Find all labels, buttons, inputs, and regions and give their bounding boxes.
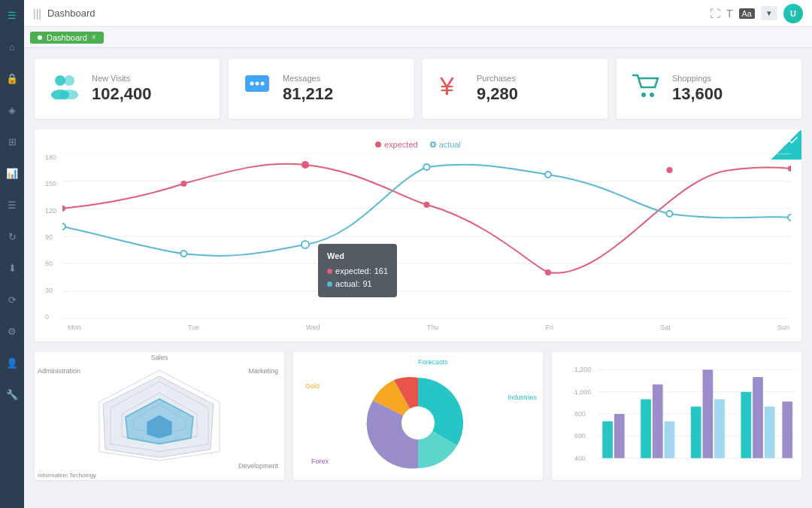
stat-info-shoppings: Shoppings 13,600 [672,74,723,104]
pie-label-industries: Industries [508,394,537,401]
legend-label-expected: expected [384,140,418,149]
sidebar-icon-refresh2[interactable]: ⟳ [3,291,21,309]
bottom-row: Sales Marketing Development Information … [35,352,801,480]
actual-dot-sat [666,211,672,217]
stat-info-new-visits: New Visits 102,400 [92,74,152,104]
stat-label-purchases: Purchases [477,74,518,83]
x-axis-labels: Mon Tue Wed Thu Fri Sat Sun [66,324,791,331]
tab-label: Dashboard [47,33,87,42]
actual-line [62,165,791,256]
actual-dot-sun [788,214,791,221]
actual-dot-tue [180,251,186,257]
accessibility-icon[interactable]: Aa [739,8,755,19]
svg-rect-44 [714,399,725,458]
x-label-mon: Mon [68,324,81,331]
user-avatar[interactable]: U [783,4,803,23]
legend-dot-actual [430,141,436,148]
actual-dot-fri [545,172,551,178]
purchases-icon: ¥ [438,71,465,107]
expected-dot-sat [666,167,672,173]
stat-value-new-visits: 102,400 [92,84,152,104]
sidebar-icon-refresh[interactable]: ↻ [3,227,21,245]
type-icon[interactable]: T [726,8,733,20]
topbar: ||| Dashboard ⛶ T Aa ▾ U [24,0,812,27]
x-label-sat: Sat [660,324,671,331]
tabbar: Dashboard × [24,27,812,48]
svg-rect-41 [665,421,675,458]
expected-dot-tue [180,181,186,187]
legend-expected: expected [375,140,418,149]
svg-rect-43 [703,370,714,458]
topbar-menu-icon[interactable]: ||| [33,8,41,20]
sidebar-icon-home[interactable]: ⌂ [3,38,21,56]
radar-label-sales: Sales [151,354,168,361]
stat-card-messages: Messages 81,212 [229,59,414,119]
tab-close-icon[interactable]: × [92,33,96,41]
sidebar-icon-tag[interactable]: ◈ [3,101,21,119]
sidebar-icon-menu[interactable]: ☰ [3,6,21,24]
x-label-tue: Tue [188,324,199,331]
sidebar-icon-tool[interactable]: 🔧 [3,385,21,403]
svg-rect-48 [782,401,792,458]
sidebar-icon-list[interactable]: ☰ [3,196,21,214]
sidebar-icon-grid[interactable]: ⊞ [3,132,21,151]
svg-point-11 [650,93,654,97]
svg-text:¥: ¥ [439,71,454,100]
expected-dot-mon [62,205,65,211]
stat-value-shoppings: 13,600 [672,84,723,104]
sidebar-icon-lock[interactable]: 🔒 [3,69,21,87]
radar-chart-panel: Sales Marketing Development Information … [35,352,284,480]
sidebar-icon-chart[interactable]: 📊 [3,164,21,182]
actual-dot-wed [301,241,309,248]
stat-card-shoppings: Shoppings 13,600 [617,59,801,119]
svg-point-26 [401,406,435,440]
svg-text:1,000: 1,000 [574,388,591,396]
pie-label-gold: Gold [305,382,320,390]
stat-card-purchases: ¥ Purchases 9,280 [423,59,607,119]
sidebar-icon-user[interactable]: 👤 [3,354,21,372]
topbar-left: ||| Dashboard [33,8,95,20]
y-label-90: 90 [45,233,56,241]
chart-body: 180 150 120 90 60 30 0 [45,154,791,322]
svg-rect-46 [753,377,763,458]
svg-point-6 [256,82,259,86]
svg-rect-42 [691,406,701,458]
line-chart-panel: expected actual 180 150 120 90 60 30 0 [35,129,801,342]
svg-rect-39 [641,399,651,458]
stat-value-messages: 81,212 [283,84,333,104]
y-label-180: 180 [45,154,56,161]
x-label-fri: Fri [546,324,554,331]
sidebar-icon-settings[interactable]: ⚙ [3,322,21,340]
actual-dot-mon [62,224,65,230]
x-label-thu: Thu [427,324,439,331]
dropdown-btn[interactable]: ▾ [761,6,777,20]
dashboard-tab[interactable]: Dashboard × [30,32,104,44]
svg-point-5 [250,82,254,86]
expected-dot-thu [423,202,429,208]
stat-label-new-visits: New Visits [92,74,152,83]
radar-label-development: Development [238,462,278,470]
content-area: New Visits 102,400 Messages 81,2 [24,48,812,508]
radar-svg [45,363,274,468]
x-label-wed: Wed [306,324,320,331]
y-label-150: 150 [45,180,56,187]
sidebar-icon-download[interactable]: ⬇ [3,259,21,277]
svg-text:1,200: 1,200 [574,366,591,373]
messages-icon [244,72,271,105]
shoppings-icon [632,72,660,105]
y-label-0: 0 [45,313,56,321]
stat-info-purchases: Purchases 9,280 [477,74,518,104]
svg-point-10 [641,93,646,97]
stats-row: New Visits 102,400 Messages 81,2 [35,59,801,119]
y-label-120: 120 [45,207,56,214]
svg-point-0 [55,75,65,86]
legend-label-actual: actual [439,140,461,149]
fullscreen-icon[interactable]: ⛶ [710,8,720,20]
svg-rect-37 [602,421,613,458]
svg-rect-38 [614,414,625,458]
radar-label-admin: Administration [38,367,80,375]
radar-label-marketing: Marketing [248,367,278,375]
legend-dot-expected [375,141,381,148]
legend-actual: actual [430,140,461,149]
pie-chart-panel: Forecasts Gold Forex Industries [293,352,543,480]
